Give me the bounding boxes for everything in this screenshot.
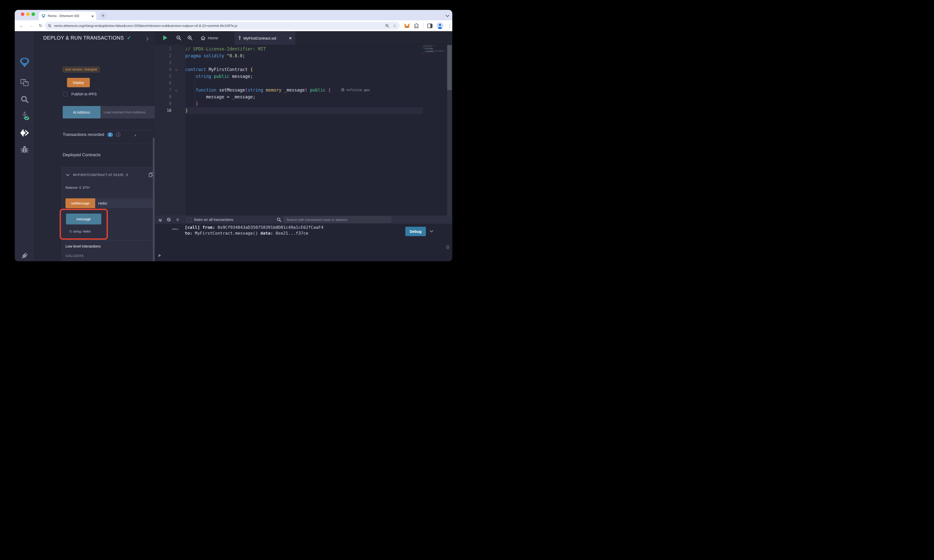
bookmark-star-icon[interactable]: ☆ <box>393 23 397 28</box>
solidity-compiler-icon[interactable] <box>15 111 34 120</box>
low-level-title: Low level interactions <box>65 244 101 248</box>
transactions-recorded-label: Transactions recorded <box>63 132 104 137</box>
home-icon <box>200 35 206 40</box>
line-numbers: 12345678910 <box>155 46 185 114</box>
solidity-file-icon <box>238 36 241 41</box>
forward-button[interactable]: → <box>28 23 34 28</box>
browser-tab-title: Remix - Ethereum IDE <box>48 14 91 18</box>
editor-region: Home MyFirstContract.sol × 12345 <box>155 31 452 261</box>
url-text: remix.ethereum.org/#lang=en&optimize=fal… <box>54 24 385 28</box>
reload-button[interactable]: ↻ <box>37 23 44 28</box>
set-message-input[interactable] <box>95 198 157 208</box>
card-divider <box>65 240 162 240</box>
window-minimize-button[interactable] <box>26 12 30 16</box>
terminal-search-input[interactable] <box>284 217 391 223</box>
contract-instance-header[interactable]: MYFIRSTCONTRACT AT 0X10F...5 × <box>65 171 162 178</box>
file-explorer-icon[interactable] <box>15 79 34 86</box>
calldata-label: CALLDATA <box>65 254 84 258</box>
collapse-chevron-icon[interactable] <box>66 172 69 176</box>
instance-balance: Balance: 0. ETH <box>65 186 89 189</box>
editor-scrollbar-thumb[interactable] <box>447 45 452 90</box>
editor-scrollbar-track[interactable] <box>447 45 452 215</box>
zoom-page-icon[interactable] <box>385 24 389 28</box>
browser-tab-strip: Remix - Ethereum IDE × + <box>15 10 452 20</box>
run-script-play-icon[interactable] <box>163 35 167 40</box>
publish-ipfs-label: Publish to IPFS <box>71 92 97 96</box>
log-call-tag: CALL <box>172 228 179 230</box>
remix-logo-icon[interactable] <box>15 57 34 68</box>
terminal-log: CALL [call] from: 0x9Cf934043aD350758391… <box>155 224 452 261</box>
url-bar[interactable]: remix.ethereum.org/#lang=en&optimize=fal… <box>45 22 400 30</box>
transactions-info-icon[interactable]: i <box>116 132 120 137</box>
set-message-button[interactable]: setMessage <box>65 198 95 208</box>
new-tab-button[interactable]: + <box>100 12 106 19</box>
deployed-contracts-title: Deployed Contracts <box>63 152 100 157</box>
debug-button[interactable]: Debug <box>405 227 426 236</box>
file-tab-close-icon[interactable]: × <box>289 36 291 41</box>
contract-instance-title: MYFIRSTCONTRACT AT 0X10F...5 <box>73 173 128 177</box>
zoom-out-icon[interactable] <box>176 35 182 41</box>
transactions-recorded-row[interactable]: Transactions recorded 2 i <box>63 132 120 137</box>
terminal-scrollbar-thumb[interactable] <box>446 245 450 249</box>
terminal: 0 listen on all transactions CALL [call]… <box>155 215 452 261</box>
editor-tab-bar: Home MyFirstContract.sol × <box>155 31 452 45</box>
search-plugin-icon[interactable] <box>15 95 34 103</box>
debugger-icon[interactable] <box>15 146 34 154</box>
site-settings-icon[interactable] <box>48 24 51 28</box>
at-address-input[interactable] <box>100 106 162 118</box>
annotation-highlight-box <box>60 209 108 240</box>
collapse-terminal-icon[interactable] <box>159 218 162 222</box>
check-icon: ✓ <box>127 35 131 41</box>
browser-menu-icon[interactable]: ⋮ <box>447 23 452 29</box>
terminal-toolbar: 0 listen on all transactions <box>155 215 452 224</box>
file-tab-label: MyFirstContract.sol <box>244 36 287 40</box>
transactions-chevron-icon[interactable]: › <box>134 133 136 138</box>
icon-rail <box>15 31 34 261</box>
panel-title: DEPLOY & RUN TRANSACTIONS <box>43 35 124 41</box>
home-tab-label: Home <box>208 36 218 40</box>
log-lines: [call] from: 0x9Cf934043aD350758391b0D01… <box>185 225 323 236</box>
browser-toolbar: ← → ↻ remix.ethereum.org/#lang=en&optimi… <box>15 20 452 31</box>
remix-favicon <box>42 14 46 18</box>
tab-search-icon[interactable] <box>446 13 449 17</box>
evm-version-badge: evm version: shanghai <box>63 67 100 72</box>
listen-transactions-checkbox[interactable] <box>187 218 191 222</box>
panel-expand-chevron-icon[interactable] <box>145 37 148 41</box>
code-lines: // SPDX-License-Identifier: MITpragma so… <box>185 46 422 114</box>
editor-minimap[interactable]: // SPDX-License-Identifier: MITpragma so… <box>422 45 447 54</box>
side-panel-icon[interactable] <box>427 24 433 28</box>
plugin-manager-icon[interactable] <box>15 251 34 260</box>
infinite-gas-annotation: infinite gas <box>341 88 370 92</box>
remix-app: DEPLOY & RUN TRANSACTIONS ✓ evm version:… <box>15 31 452 261</box>
browser-tab[interactable]: Remix - Ethereum IDE × <box>39 12 96 20</box>
at-address-button[interactable]: At Address <box>63 106 100 118</box>
panel-title-row: DEPLOY & RUN TRANSACTIONS ✓ <box>43 35 131 41</box>
panel-scrollbar[interactable] <box>153 138 154 261</box>
tab-myfirstcontract[interactable]: MyFirstContract.sol × <box>235 31 295 45</box>
publish-ipfs-checkbox[interactable] <box>63 92 68 96</box>
metamask-extension-icon[interactable] <box>404 23 410 28</box>
code-editor[interactable]: 12345678910 // SPDX-License-Identifier: … <box>155 45 452 215</box>
clear-console-icon[interactable] <box>167 218 171 222</box>
profile-avatar-icon[interactable] <box>436 22 443 29</box>
transactions-count-badge: 2 <box>107 132 113 137</box>
window-zoom-button[interactable] <box>31 12 35 16</box>
window-close-button[interactable] <box>21 12 25 16</box>
zoom-in-icon[interactable] <box>187 35 193 41</box>
tab-home[interactable]: Home <box>200 31 218 45</box>
deploy-button[interactable]: Deploy <box>67 78 90 87</box>
listen-transactions-label: listen on all transactions <box>194 218 233 222</box>
terminal-prompt: > <box>158 253 161 258</box>
deploy-run-icon[interactable] <box>15 129 34 137</box>
log-expand-chevron-icon[interactable] <box>430 229 433 232</box>
browser-window: Remix - Ethereum IDE × + ← → ↻ remix.eth… <box>15 10 452 261</box>
toolbar-extensions: ⋮ <box>404 22 452 29</box>
back-button[interactable]: ← <box>18 23 25 28</box>
tab-close-icon[interactable]: × <box>91 14 94 18</box>
extensions-puzzle-icon[interactable] <box>414 23 419 28</box>
deploy-run-panel: DEPLOY & RUN TRANSACTIONS ✓ evm version:… <box>34 31 153 261</box>
pending-tx-count: 0 <box>177 218 179 222</box>
terminal-search-icon <box>277 217 282 222</box>
screenshot-root: Remix - Ethereum IDE × + ← → ↻ remix.eth… <box>0 0 467 280</box>
